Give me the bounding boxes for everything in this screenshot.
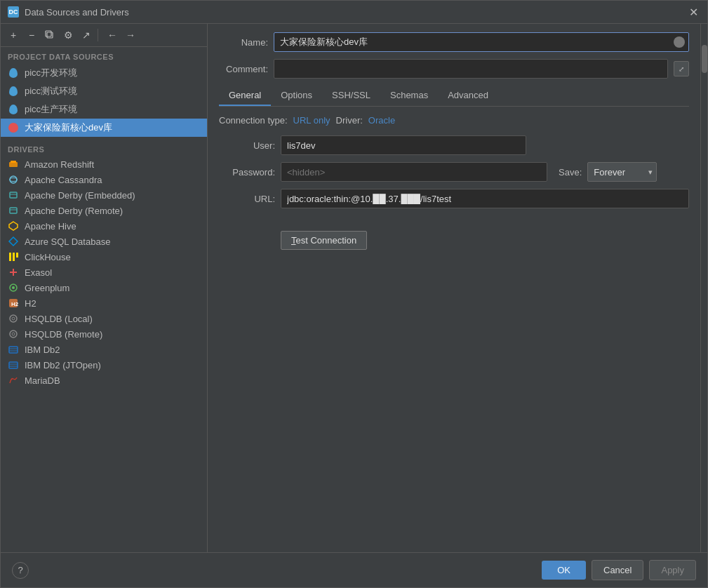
driver-azure-sql[interactable]: Azure SQL Database [1,234,207,249]
tabs: General Options SSH/SSL Schemas Advanced [219,86,689,107]
user-input[interactable] [281,135,526,155]
toolbar-divider [98,29,98,41]
driver-label: Azure SQL Database [25,236,110,247]
driver-label: Amazon Redshift [25,159,94,170]
password-input[interactable] [281,162,547,182]
settings-button[interactable]: ⚙ [60,27,76,44]
driver-label: Exasol [25,267,52,278]
driver-value[interactable]: Oracle [368,115,395,126]
url-input[interactable] [281,189,689,208]
driver-h2[interactable]: H2 H2 [1,295,207,311]
url-label: URL: [219,194,275,204]
apply-button[interactable]: Apply [649,560,696,580]
ok-button[interactable]: OK [542,561,586,580]
driver-ibm-db2[interactable]: IBM Db2 [1,342,207,357]
close-button[interactable]: ✕ [686,5,700,19]
svg-marker-11 [9,237,18,246]
remove-button[interactable]: − [23,27,40,44]
driver-mariadb[interactable]: MariaDB [1,373,207,388]
driver-icon [8,359,19,370]
svg-rect-3 [11,161,16,163]
title-bar: DC Data Sources and Drivers ✕ [1,1,707,24]
connection-type-row: Connection type: URL only Driver: Oracle [219,115,689,126]
driver-icon [8,205,19,216]
driver-icon [8,174,19,185]
driver-icon [8,313,19,324]
driver-apache-cassandra[interactable]: Apache Cassandra [1,172,207,187]
datasource-picc-test[interactable]: picc测试环境 [1,82,207,100]
driver-hsqldb-local[interactable]: HSQLDB (Local) [1,311,207,326]
right-panel: Name: Comment: ⤢ General Options SSH/SSL [208,24,700,552]
driver-greenplum[interactable]: Greenplum [1,280,207,295]
user-label: User: [219,140,275,151]
driver-label: Greenplum [25,283,69,293]
tab-advanced[interactable]: Advanced [438,86,498,106]
driver-label: IBM Db2 (JTOpen) [25,360,101,370]
driver-icon [8,189,19,201]
save-label: Save: [559,167,582,178]
back-button[interactable]: ← [104,27,121,44]
svg-text:H2: H2 [11,301,19,307]
test-connection-button[interactable]: Test Connection [281,231,367,250]
svg-point-18 [12,286,15,289]
expand-button[interactable]: ⤢ [674,61,689,76]
copy-button[interactable] [41,27,58,44]
driver-label: ClickHouse [25,252,71,262]
tab-ssh-ssl[interactable]: SSH/SSL [322,86,380,106]
driver-label-text: Driver: [336,115,363,126]
driver-hsqldb-remote[interactable]: HSQLDB (Remote) [1,326,207,342]
driver-icon [8,251,19,262]
test-connection-area: Test Connection [281,224,689,250]
svg-rect-1 [46,31,51,36]
name-input-wrap [274,32,689,52]
driver-apache-derby-embedded[interactable]: Apache Derby (Embedded) [1,187,207,203]
name-row: Name: [219,32,689,52]
name-input[interactable] [274,32,689,52]
password-label: Password: [219,167,275,178]
scrollbar-thumb[interactable] [702,45,707,73]
tab-options[interactable]: Options [271,86,322,106]
driver-label: Apache Derby (Remote) [25,206,123,216]
driver-amazon-redshift[interactable]: Amazon Redshift [1,156,207,172]
datasource-picc-dev[interactable]: picc开发环境 [1,64,207,82]
svg-rect-14 [16,253,18,258]
dialog: DC Data Sources and Drivers ✕ + − ⚙ ↗ [0,0,708,588]
drivers-section-label: Drivers [1,140,207,156]
svg-rect-8 [10,208,17,213]
datasource-active-icon [8,122,19,133]
driver-clickhouse[interactable]: ClickHouse [1,249,207,265]
help-button[interactable]: ? [12,562,29,579]
driver-icon [8,159,19,170]
svg-point-31 [676,39,682,45]
connection-type-value[interactable]: URL only [293,115,330,126]
svg-point-4 [10,176,17,183]
driver-label: IBM Db2 [25,345,60,355]
scrollbar-track[interactable] [700,24,707,552]
datasource-picc-prod[interactable]: picc生产环境 [1,100,207,119]
svg-point-23 [10,330,17,338]
comment-input[interactable] [274,59,668,79]
name-clear-button[interactable] [674,36,685,48]
save-select[interactable]: Forever Until restart Never [587,162,657,182]
migrate-button[interactable]: ↗ [78,27,95,44]
driver-apache-hive[interactable]: Apache Hive [1,218,207,234]
tab-schemas[interactable]: Schemas [380,86,438,106]
datasource-dajia-dev[interactable]: 大家保险新核心dev库 [1,119,207,137]
tab-general[interactable]: General [219,86,271,106]
comment-row: Comment: ⤢ [219,59,689,79]
datasource-label: picc开发环境 [25,67,77,79]
svg-rect-28 [9,362,18,368]
nav-buttons: ← → [104,27,139,44]
driver-label: H2 [25,298,36,309]
svg-point-22 [12,317,15,320]
driver-icon [8,220,19,232]
add-button[interactable]: + [5,27,22,44]
driver-exasol[interactable]: Exasol [1,265,207,280]
forward-button[interactable]: → [122,27,139,44]
svg-point-5 [10,178,17,182]
driver-icon [8,267,19,278]
driver-ibm-db2-jtopen[interactable]: IBM Db2 (JTOpen) [1,357,207,373]
driver-apache-derby-remote[interactable]: Apache Derby (Remote) [1,203,207,218]
cancel-button[interactable]: Cancel [592,560,643,580]
datasource-icon [8,104,19,115]
